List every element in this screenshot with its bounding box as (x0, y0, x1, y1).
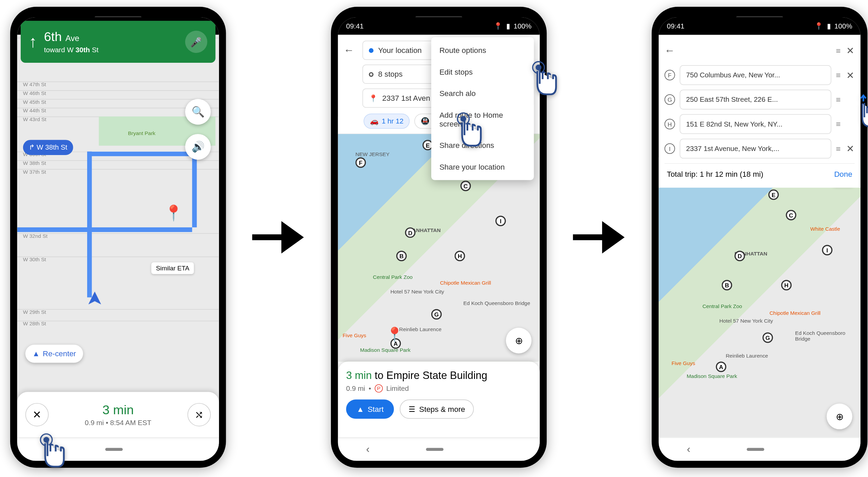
close-button[interactable]: ✕ (25, 403, 49, 426)
transit-icon: 🚇 (421, 117, 430, 125)
search-button[interactable]: 🔍 (185, 99, 211, 125)
street-grid: W 52nd St W 47th St W 46th St W 45th St … (17, 35, 219, 438)
routes-button[interactable]: ⤭ (188, 403, 211, 426)
marker-e[interactable]: E (768, 189, 779, 200)
parking-icon: P (375, 384, 383, 393)
my-location-button[interactable]: ⊕ (827, 404, 852, 430)
destination-pin-icon: 📍 (386, 327, 403, 343)
menu-search-along[interactable]: Search alo (431, 83, 534, 104)
map-view[interactable]: W 52nd St W 47th St W 46th St W 45th St … (17, 35, 219, 438)
marker-d[interactable]: D (405, 227, 415, 238)
sheet-title: 3 min to Empire State Building (346, 370, 532, 382)
map-bg (659, 157, 861, 438)
marker-g[interactable]: G (763, 332, 773, 343)
drag-handle-icon[interactable]: ≡ (836, 70, 841, 80)
phone-route-menu: 09:41 📍▮100% ← Your location ⋮ 8 stops 📍… (331, 7, 547, 468)
marker-b[interactable]: B (396, 251, 407, 261)
stop-letter: G (665, 94, 675, 105)
home-pill[interactable] (747, 448, 764, 451)
marker-f[interactable]: F (355, 157, 366, 168)
tap-hand-icon (34, 433, 68, 474)
marker-b[interactable]: B (722, 280, 732, 290)
direction-text: 6th Ave toward W 30th St (44, 30, 99, 54)
stop-row: H151 E 82nd St, New York, NY...≡✕ (665, 112, 855, 136)
menu-route-options[interactable]: Route options (431, 39, 534, 61)
marker-h[interactable]: H (455, 251, 465, 261)
marker-a[interactable]: A (716, 362, 726, 372)
back-icon[interactable]: ‹ (366, 443, 370, 456)
eta-sub: 0.9 mi • 8:54 AM EST (85, 419, 152, 427)
marker-c[interactable]: C (460, 181, 471, 191)
map-view[interactable]: ◈ ⊕ MANHATTAN Central Park Zoo Hotel 57 … (659, 157, 861, 438)
drag-handle-icon[interactable]: ≡ (836, 95, 841, 104)
direction-card[interactable]: ↑ 6th Ave toward W 30th St 🎤 (21, 21, 215, 63)
status-bar: 09:41 📍▮100% (659, 17, 861, 35)
origin-dot-icon (369, 48, 374, 53)
recenter-button[interactable]: ▲Re-center (25, 345, 83, 363)
battery-icon: ▮ (827, 22, 831, 30)
phone-edit-stops: 09:41 📍▮100% ←x≡✕ F750 Columbus Ave, New… (652, 7, 867, 468)
home-pill[interactable] (105, 448, 123, 451)
done-button[interactable]: Done (834, 170, 852, 178)
back-button[interactable]: ← (665, 44, 675, 57)
battery-pct: 100% (514, 22, 532, 30)
route-line (87, 152, 92, 298)
marker-d[interactable]: D (734, 251, 745, 261)
bottom-sheet[interactable]: ✕ 3 min 0.9 mi • 8:54 AM EST ⤭ (17, 392, 219, 437)
trip-summary: Total trip: 1 hr 12 min (18 mi) (667, 170, 764, 178)
sheet-sub: 0.9 mi•PLimited (346, 384, 532, 393)
nav-icon: ▲ (32, 349, 40, 358)
status-bar: 09:41 📍▮100% (338, 17, 540, 35)
battery-pct: 100% (834, 22, 852, 30)
bottom-sheet[interactable]: 3 min to Empire State Building 0.9 mi•PL… (338, 362, 540, 438)
list-icon: ☰ (409, 405, 416, 414)
stop-address-input[interactable]: 151 E 82nd St, New York, NY... (680, 114, 831, 134)
menu-share-location[interactable]: Share your location (431, 156, 534, 178)
drive-chip[interactable]: 🚗1 hr 12 (363, 114, 410, 129)
audio-button[interactable]: 🔊 (185, 134, 211, 160)
marker-g[interactable]: G (431, 309, 442, 320)
my-location-button[interactable]: ⊕ (506, 328, 532, 354)
marker-c[interactable]: C (786, 210, 796, 221)
stop-letter: F (665, 70, 675, 80)
android-nav-bar: ‹ (338, 437, 540, 461)
stop-row: I2337 1st Avenue, New York,...≡✕ (665, 136, 855, 161)
marker-h[interactable]: H (781, 280, 792, 290)
status-time: 09:41 (346, 22, 364, 30)
overflow-menu: Route options Edit stops Search alo Add … (431, 37, 534, 180)
remove-stop-button[interactable]: ✕ (845, 45, 855, 56)
stop-address-input[interactable]: 250 East 57th Street, 226 E... (680, 90, 831, 109)
mic-button[interactable]: 🎤 (185, 31, 207, 53)
marker-i[interactable]: I (495, 216, 506, 226)
drag-handle-icon[interactable]: ≡ (836, 119, 841, 129)
stop-row: G250 East 57th Street, 226 E...≡✕ (665, 87, 855, 112)
home-pill[interactable] (426, 448, 443, 451)
drag-handle-icon[interactable]: ≡ (836, 144, 841, 153)
route-line (192, 152, 197, 228)
menu-edit-stops[interactable]: Edit stops (431, 61, 534, 83)
back-icon[interactable]: ‹ (687, 443, 690, 456)
route-line (87, 152, 192, 156)
destination-pin-icon: 📍 (164, 204, 183, 222)
car-icon: 🚗 (370, 117, 379, 125)
turn-arrow-icon: ↑ (29, 33, 37, 51)
phone-navigation: 09:41 📍▮100% W 52nd St W 47th St W 46th … (10, 7, 226, 468)
steps-button[interactable]: ☰Steps & more (400, 400, 474, 419)
street-badge[interactable]: ↱ W 38th St (23, 140, 73, 155)
start-button[interactable]: ▲Start (346, 400, 394, 419)
remove-stop-button[interactable]: ✕ (845, 143, 855, 154)
drag-handle-icon[interactable]: ≡ (836, 46, 841, 55)
svg-point-3 (536, 64, 541, 70)
stop-letter: H (665, 119, 675, 129)
flow-arrow-icon (570, 220, 628, 255)
stop-address-input[interactable]: 2337 1st Avenue, New York,... (680, 139, 831, 158)
stop-row: F750 Columbus Ave, New Yor...≡✕ (665, 63, 855, 87)
location-icon: 📍 (814, 22, 823, 30)
remove-stop-button[interactable]: ✕ (845, 70, 855, 81)
back-button[interactable]: ← (344, 44, 358, 56)
drag-hand-icon (850, 94, 868, 135)
location-icon: 📍 (494, 22, 502, 30)
tap-hand-icon (451, 112, 486, 153)
stop-address-input[interactable]: 750 Columbus Ave, New Yor... (680, 65, 831, 85)
marker-i[interactable]: I (822, 245, 832, 255)
